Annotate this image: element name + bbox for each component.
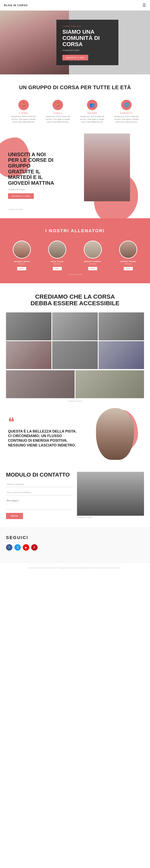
trainer-btn-nick[interactable]: Info [53,267,62,270]
hero-title: SIAMO UNA COMUNITÀ DI CORSA [62,29,112,47]
contact-title: MODULO DI CONTATTO [6,472,73,478]
feature-text-insieme: Sample text. Click to select the text bo… [78,115,106,123]
feature-label-corsa: CORSA [44,112,72,114]
trainer-btn-patrik[interactable]: Info [124,267,133,270]
trainer-role-megan: Allenatore [77,263,108,265]
photo-grid-item-2 [52,312,98,340]
contact-image-column: Immagine da Freepik [77,472,144,519]
photo-grid-item-3 [99,312,144,340]
contact-image [77,472,144,516]
feature-icon-insieme: 👥 [87,100,97,110]
trainer-avatar-nick [48,241,66,258]
photo-grid-item-6 [99,341,144,369]
trainers-title: I NOSTRI ALLENATORI [6,228,144,234]
feature-icon-corsa: 🏃 [53,100,63,110]
hamburger-menu-icon[interactable]: ☰ [143,3,146,7]
hero-image-credit-inline: Immagine da Freepik [62,49,112,51]
group-run-cta-button[interactable]: UNISCITI A NOI [8,193,34,199]
trainer-card-nick: NICK DAVIS Allenatore Info [42,241,73,270]
group-run-text: UNISCITI A NOI PER LE CORSE DI GRUPPO GR… [0,142,64,209]
trainers-img-credit: Immagine da Freepik [6,274,144,275]
footer-text: Sample text. Click to select the text bo… [6,567,144,569]
trainer-name-amanda: AMANDA SMITH [6,260,38,262]
group-run-title: UNISCITI A NOI PER LE CORSE DI GRUPPO GR… [8,152,56,186]
trainer-name-megan: MEGAN CONRAY [77,260,108,262]
navbar: BLOG IN CORSO ☰ [0,0,150,10]
hero-tag: CORRI CON NOI [62,25,112,27]
trainer-name-nick: NICK DAVIS [42,260,73,262]
quote-mark: ❝ [8,418,78,426]
quote-person-image [96,408,134,460]
feature-comunita: 🌐 COMUNITÀ Sample text. Click to select … [111,98,142,125]
trainer-card-patrik: PATRIK FRANK Allenatore Info [112,241,144,270]
feature-insieme: 👥 INSIEME Sample text. Click to select t… [77,98,108,125]
hero-content-box: CORRI CON NOI SIAMO UNA COMUNITÀ DI CORS… [56,20,118,65]
footer: Sample text. Click to select the text bo… [0,563,150,574]
section-accessible: CREDIAMO CHE LA CORSA DEBBA ESSERE ACCES… [0,283,150,408]
features-grid: 🏃 A PIEDI Sample text. Click to select t… [8,98,142,125]
hero-cta-button[interactable]: UNISCITI A NOI [62,55,88,60]
logo: BLOG IN CORSO [4,4,28,7]
feature-label-piedi: A PIEDI [9,112,38,114]
hero-image-credit: Immagine da Freepik [133,71,148,73]
section-quote: ❝ QUESTA È LA BELLEZZA DELLA PISTA. CI C… [0,408,150,464]
gruppo-title: UN GRUPPO DI CORSA PER TUTTE LE ETÀ [8,84,142,91]
hero-section: CORRI CON NOI SIAMO UNA COMUNITÀ DI CORS… [0,10,150,74]
trainer-role-amanda: Allenatore [6,263,38,265]
quote-text: QUESTA È LA BELLEZZA DELLA PISTA. CI CIR… [8,429,78,448]
contact-grid: MODULO DI CONTATTO INVIA Immagine da Fre… [6,472,144,519]
contact-message-input[interactable] [6,498,73,510]
twitter-icon[interactable]: 𝕏 [15,544,21,551]
accessible-img-credit: Immagini da Freepik [6,400,144,402]
accessible-title: CREDIAMO CHE LA CORSA DEBBA ESSERE ACCES… [25,293,125,306]
feature-corsa: 🏃 CORSA Sample text. Click to select the… [43,98,74,125]
photo-grid-item-5 [52,341,98,369]
section-seguici: SEGUICI f 𝕏 ▶ P [0,527,150,563]
pinterest-icon[interactable]: P [31,544,38,551]
photo-grid-item-4 [6,341,51,369]
photo-grid-bottom [6,370,144,398]
trainer-card-megan: MEGAN CONRAY Allenatore Info [77,241,108,270]
photo-grid-top [6,312,144,369]
trainer-avatar-patrik [119,241,137,258]
feature-icon-piedi: 🏃 [18,100,29,110]
trainer-role-patrik: Allenatore [112,263,144,265]
quote-content: ❝ QUESTA È LA BELLEZZA DELLA PISTA. CI C… [8,418,78,448]
group-run-inner: UNISCITI A NOI PER LE CORSE DI GRUPPO GR… [0,142,150,209]
trainer-avatar-megan [84,241,102,258]
section-gruppo: UN GRUPPO DI CORSA PER TUTTE LE ETÀ 🏃 A … [0,74,150,133]
trainer-btn-megan[interactable]: Info [88,267,97,270]
trainer-name-patrik: PATRIK FRANK [112,260,144,262]
facebook-icon[interactable]: f [6,544,12,551]
feature-icon-comunita: 🌐 [121,100,132,110]
trainer-avatar-amanda [13,241,31,258]
contact-phone-input[interactable] [6,490,73,495]
social-icons-row: f 𝕏 ▶ P [6,544,144,551]
contact-submit-button[interactable]: INVIA [6,513,23,519]
photo-grid-item-7 [6,370,75,398]
section-group-run: UNISCITI A NOI PER LE CORSE DI GRUPPO GR… [0,133,150,218]
feature-text-comunita: Sample text. Click to select the text bo… [112,115,141,123]
seguici-title: SEGUICI [6,535,144,540]
contact-form-column: MODULO DI CONTATTO INVIA [6,472,73,519]
section-contact: MODULO DI CONTATTO INVIA Immagine da Fre… [0,464,150,527]
contact-img-credit: Immagine da Freepik [77,517,144,518]
youtube-icon[interactable]: ▶ [23,544,29,551]
trainers-grid: AMANDA SMITH Allenatore Info NICK DAVIS … [6,241,144,270]
feature-text-piedi: Sample text. Click to select the text bo… [9,115,38,123]
photo-grid-item-8 [75,370,144,398]
trainer-role-nick: Allenatore [42,263,73,265]
group-run-subtitle: Immagine da Freepik [8,188,56,190]
feature-label-insieme: INSIEME [78,112,106,114]
contact-name-input[interactable] [6,482,73,487]
photo-grid-item-1 [6,312,51,340]
trainer-btn-amanda[interactable]: Info [17,267,26,270]
feature-label-comunita: COMUNITÀ [112,112,141,114]
trainer-card-amanda: AMANDA SMITH Allenatore Info [6,241,38,270]
feature-text-corsa: Sample text. Click to select the text bo… [44,115,72,123]
feature-a-piedi: 🏃 A PIEDI Sample text. Click to select t… [8,98,39,125]
section-trainers: I NOSTRI ALLENATORI AMANDA SMITH Allenat… [0,218,150,283]
